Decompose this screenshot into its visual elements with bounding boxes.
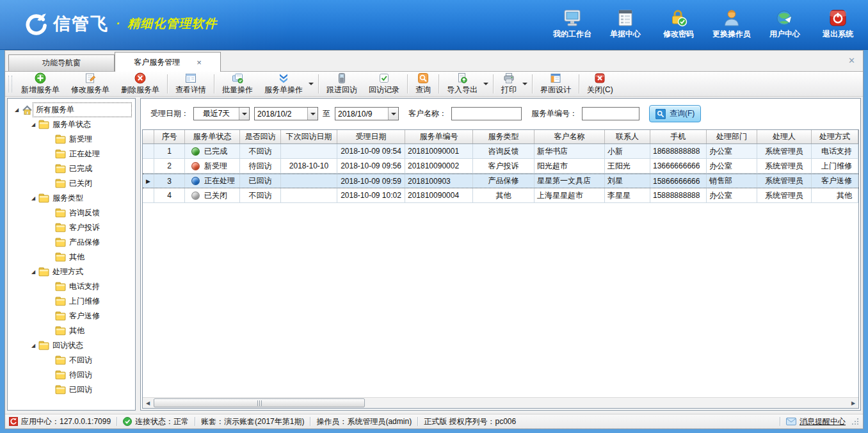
tree-node-label: 新受理 (67, 133, 95, 146)
tree-node[interactable]: ◢回访状态 (8, 338, 135, 353)
nav-user-center[interactable]: 用户中心 (764, 7, 806, 40)
column-header-service_type[interactable]: 服务类型 (473, 130, 534, 143)
horizontal-scrollbar[interactable]: ◀ ▶ (143, 397, 858, 408)
scroll-right-icon[interactable]: ▶ (848, 398, 858, 408)
tree-node[interactable]: 不回访 (8, 353, 135, 368)
tab-close-icon[interactable]: × (197, 58, 202, 67)
tree-node[interactable]: 待回访 (8, 368, 135, 382)
tree-node[interactable]: 其他 (8, 323, 135, 338)
combo-arrow-icon[interactable] (239, 108, 249, 120)
column-header-method[interactable]: 处理方式 (812, 130, 858, 143)
message-center-link[interactable]: 消息提醒中心 (786, 416, 846, 427)
order-no-input[interactable] (582, 107, 639, 120)
nav-change-password[interactable]: 修改密码 (657, 7, 700, 40)
tree-node[interactable]: ◢服务类型 (8, 191, 135, 206)
statusbar-separator (117, 417, 117, 426)
add-service-order-button[interactable]: 新增服务单 (15, 72, 65, 95)
tree-node[interactable]: 新受理 (8, 132, 135, 147)
column-header-dept[interactable]: 处理部门 (707, 130, 757, 143)
license-status: 正式版 授权序列号：pc006 (424, 416, 516, 427)
order-actions-button[interactable]: 服务单操作 (259, 72, 316, 95)
column-header-contact[interactable]: 联系人 (605, 130, 650, 143)
tree-node[interactable]: 电话支持 (8, 279, 135, 294)
resize-grip-icon[interactable] (851, 418, 859, 425)
follow-up-visit-button[interactable]: 跟进回访 (321, 72, 363, 95)
dropdown-arrow-icon[interactable] (483, 83, 488, 88)
cell-index: 2 (154, 159, 185, 173)
dropdown-arrow-icon[interactable] (309, 83, 314, 88)
column-header-mobile[interactable]: 手机 (650, 130, 707, 143)
table-row[interactable]: ▶3正在处理已回访2018-10-09 09:592018100903产品保修星… (143, 174, 858, 188)
tree-expand-icon[interactable]: ◢ (28, 269, 38, 275)
column-header-revisit[interactable]: 是否回访 (240, 130, 281, 143)
tree-node[interactable]: 已关闭 (8, 176, 135, 191)
tree-node[interactable]: 其他 (8, 250, 135, 265)
column-header-next_visit[interactable]: 下次回访日期 (281, 130, 337, 143)
tree-node[interactable]: ◢处理方式 (8, 265, 135, 279)
query-button[interactable]: 查询(F) (649, 105, 701, 122)
message-center-text: 消息提醒中心 (800, 416, 846, 427)
toolbar-button-label: 回访记录 (369, 85, 399, 95)
folder-icon (38, 193, 50, 204)
column-header-handler[interactable]: 处理人 (757, 130, 812, 143)
tab-function-navigator[interactable]: 功能导航窗 (8, 54, 115, 71)
scrollbar-thumb[interactable] (154, 398, 365, 407)
tree-expand-icon[interactable]: ◢ (28, 195, 38, 201)
batch-operation-button[interactable]: 批量操作 (216, 72, 259, 95)
date-from-select[interactable]: 2018/10/2 (254, 107, 318, 120)
table-row[interactable]: 4已关闭不回访2018-10-09 10:02201810090004其他上海星… (143, 188, 858, 203)
nav-exit-system[interactable]: 退出系统 (817, 7, 859, 40)
tree-node[interactable]: ◢所有服务单 (8, 102, 135, 117)
tab-customer-service[interactable]: 客户服务管理 × (115, 52, 221, 72)
date-range-select[interactable]: 最近7天 (193, 107, 250, 120)
dropdown-arrow-icon[interactable] (522, 83, 527, 88)
tabstrip-close-icon[interactable] (848, 56, 855, 65)
date-to-select[interactable]: 2018/10/9 (335, 107, 399, 120)
import-export-button[interactable]: 导入导出 (441, 72, 491, 95)
tree-expand-icon[interactable]: ◢ (28, 343, 38, 348)
tree-node[interactable]: 产品保修 (8, 235, 135, 250)
panel-splitter[interactable] (136, 98, 140, 411)
close-button[interactable]: 关闭(C) (581, 72, 619, 95)
checkbox-record-icon (378, 72, 390, 84)
power-icon (828, 7, 848, 28)
tree-expand-icon[interactable]: ◢ (28, 122, 38, 127)
view-details-button[interactable]: 查看详情 (170, 72, 212, 95)
column-header-status[interactable]: 服务单状态 (185, 130, 240, 143)
column-header-order_no[interactable]: 服务单编号 (405, 130, 473, 143)
cell-mobile: 15888888888 (650, 188, 707, 202)
search-button[interactable]: 查询 (410, 72, 437, 95)
column-header-index[interactable]: 序号 (154, 130, 185, 143)
column-header-accept_date[interactable]: 受理日期 (337, 130, 405, 143)
tree-node[interactable]: 已回访 (8, 382, 135, 397)
cell-customer: 上海星星超市 (534, 188, 605, 202)
nav-document-center[interactable]: 单据中心 (604, 7, 647, 40)
tree-node[interactable]: 正在处理 (8, 147, 135, 161)
print-button[interactable]: 打印 (495, 72, 530, 95)
table-row[interactable]: 2新受理待回访2018-10-102018-10-09 09:562018100… (143, 159, 858, 174)
tree-node[interactable]: 上门维修 (8, 294, 135, 309)
combo-arrow-icon[interactable] (388, 108, 398, 120)
visit-records-button[interactable]: 回访记录 (363, 72, 405, 95)
table-row[interactable]: 1已完成不回访2018-10-09 09:54201810090001咨询反馈新… (143, 144, 858, 159)
tree-node[interactable]: 客户投诉 (8, 220, 135, 235)
scroll-left-icon[interactable]: ◀ (143, 398, 153, 408)
toolbar-button-label: 导入导出 (447, 85, 478, 95)
nav-my-workspace[interactable]: 我的工作台 (551, 7, 593, 40)
cell-accept_date: 2018-10-09 09:54 (337, 144, 405, 158)
column-header-indicator[interactable] (143, 130, 154, 143)
customer-name-input[interactable] (451, 107, 522, 120)
tree-node[interactable]: 已完成 (8, 161, 135, 176)
tree-node[interactable]: 客户送修 (8, 309, 135, 323)
ui-design-button[interactable]: 界面设计 (534, 72, 577, 95)
tree-node-label: 其他 (67, 324, 87, 338)
toolbar-grip[interactable] (8, 76, 12, 92)
tree-node[interactable]: ◢服务单状态 (8, 117, 135, 132)
combo-arrow-icon[interactable] (307, 108, 317, 120)
column-header-customer[interactable]: 客户名称 (534, 130, 605, 143)
edit-service-order-button[interactable]: 修改服务单 (65, 72, 115, 95)
tree-expand-icon[interactable]: ◢ (12, 107, 22, 113)
nav-switch-operator[interactable]: 更换操作员 (711, 7, 753, 40)
tree-node[interactable]: 咨询反馈 (8, 206, 135, 220)
delete-service-order-button[interactable]: 删除服务单 (115, 72, 165, 95)
